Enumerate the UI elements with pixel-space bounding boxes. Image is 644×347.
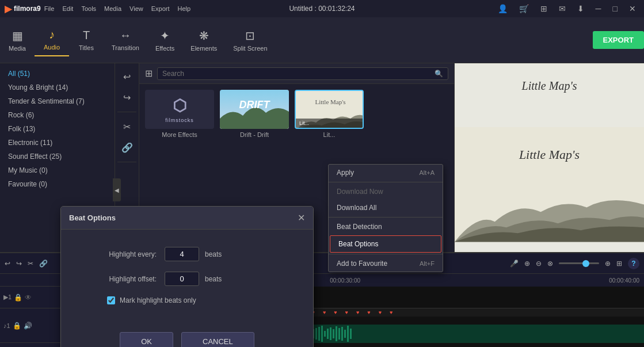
highlight-offset-row: Highlight offset: beats	[73, 272, 302, 286]
titles-icon: T	[83, 29, 90, 42]
title-bar: ▶ filmora9 File Edit Tools Media View Ex…	[0, 0, 644, 17]
dialog-header: Beat Options ✕	[61, 207, 313, 230]
user-icon[interactable]: 👤	[494, 3, 511, 14]
window-icon[interactable]: ⊞	[537, 3, 551, 14]
window-controls: 👤 🛒 ⊞ ✉ ⬇ ─ □ ✕	[494, 3, 639, 14]
toolbar-media[interactable]: ▦ Media	[0, 24, 35, 56]
menu-view[interactable]: View	[129, 5, 143, 12]
toolbar: ▦ Media ♪ Audio T Titles ↔ Transition ✦ …	[0, 17, 644, 63]
dialog-overlay: Beat Options ✕ Highlight every: beats Hi…	[0, 63, 644, 347]
highlight-every-unit: beats	[205, 250, 222, 258]
menu-bar: File Edit Tools Media View Export Help	[44, 5, 190, 12]
beat-options-dialog: Beat Options ✕ Highlight every: beats Hi…	[60, 206, 314, 347]
transition-label: Transition	[112, 44, 139, 51]
dialog-footer: OK CANCEL	[61, 326, 313, 347]
dialog-title: Beat Options	[69, 213, 116, 222]
toolbar-audio[interactable]: ♪ Audio	[35, 24, 69, 56]
effects-label: Effects	[155, 45, 174, 52]
highlight-offset-label: Highlight offset:	[73, 275, 165, 283]
ok-button[interactable]: OK	[120, 332, 173, 347]
mark-highlight-checkbox[interactable]	[107, 296, 115, 304]
elements-icon: ❋	[199, 29, 209, 43]
transition-icon: ↔	[120, 29, 131, 42]
audio-icon: ♪	[49, 28, 55, 41]
toolbar-transition[interactable]: ↔ Transition	[104, 24, 147, 56]
toolbar-titles[interactable]: T Titles	[69, 24, 104, 56]
menu-help[interactable]: Help	[178, 5, 191, 12]
menu-media[interactable]: Media	[104, 5, 121, 12]
download-icon[interactable]: ⬇	[574, 3, 588, 14]
mark-highlight-label[interactable]: Mark highlight beats only	[120, 296, 196, 304]
close-button[interactable]: ✕	[626, 3, 639, 14]
audio-label: Audio	[44, 44, 60, 51]
app-logo: ▶ filmora9	[5, 3, 41, 14]
highlight-offset-unit: beats	[205, 275, 222, 283]
mail-icon[interactable]: ✉	[555, 3, 569, 14]
media-icon: ▦	[12, 29, 23, 43]
highlight-every-label: Highlight every:	[73, 250, 165, 258]
window-title: Untitled : 00:01:32:24	[289, 5, 355, 13]
menu-export[interactable]: Export	[151, 5, 170, 12]
elements-label: Elements	[190, 45, 217, 52]
media-label: Media	[9, 45, 26, 52]
cart-icon[interactable]: 🛒	[516, 3, 532, 14]
checkbox-row: Mark highlight beats only	[73, 296, 302, 304]
toolbar-elements[interactable]: ❋ Elements	[182, 24, 225, 56]
dialog-close-button[interactable]: ✕	[298, 212, 305, 223]
effects-icon: ✦	[160, 29, 170, 43]
toolbar-effects[interactable]: ✦ Effects	[147, 24, 182, 56]
main-area: All (51) Young & Bright (14) Tender & Se…	[0, 63, 644, 347]
highlight-every-input[interactable]	[165, 247, 199, 261]
dialog-body: Highlight every: beats Highlight offset:…	[61, 230, 313, 326]
title-bar-left: ▶ filmora9 File Edit Tools Media View Ex…	[5, 3, 190, 14]
menu-edit[interactable]: Edit	[62, 5, 73, 12]
export-button[interactable]: EXPORT	[593, 31, 644, 49]
menu-tools[interactable]: Tools	[81, 5, 96, 12]
splitscreen-label: Split Screen	[233, 45, 267, 52]
titles-label: Titles	[79, 44, 94, 51]
cancel-button[interactable]: CANCEL	[181, 332, 254, 347]
highlight-offset-input[interactable]	[165, 272, 199, 286]
highlight-every-row: Highlight every: beats	[73, 247, 302, 261]
maximize-button[interactable]: □	[609, 3, 621, 14]
toolbar-splitscreen[interactable]: ⊡ Split Screen	[225, 24, 275, 56]
menu-file[interactable]: File	[44, 5, 55, 12]
splitscreen-icon: ⊡	[245, 29, 255, 43]
minimize-button[interactable]: ─	[592, 3, 605, 14]
